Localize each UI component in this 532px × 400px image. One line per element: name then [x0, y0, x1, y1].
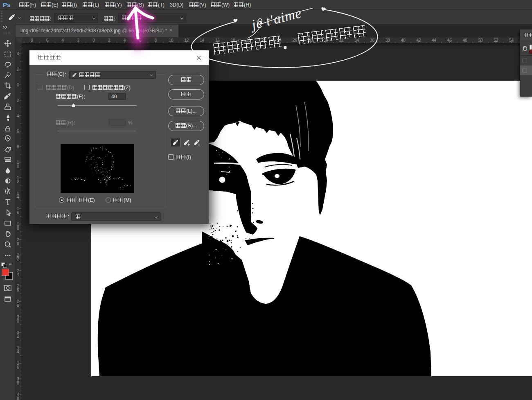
svg-text:52: 52	[494, 38, 498, 43]
svg-text:2: 2	[108, 38, 110, 43]
svg-text:8: 8	[17, 226, 19, 231]
svg-text:6: 6	[17, 365, 19, 370]
svg-text:6: 6	[17, 129, 19, 133]
svg-text:4: 4	[17, 195, 19, 199]
svg-text:6: 6	[46, 38, 49, 43]
svg-text:4: 4	[17, 350, 19, 354]
svg-text:0: 0	[17, 242, 19, 246]
svg-text:2: 2	[17, 179, 19, 184]
svg-text:40: 40	[401, 38, 406, 43]
svg-text:2: 2	[17, 98, 19, 103]
svg-text:4: 4	[124, 38, 126, 43]
svg-text:8: 8	[154, 38, 157, 43]
svg-text:12: 12	[184, 38, 189, 43]
svg-text:14: 14	[200, 38, 205, 43]
svg-text:4: 4	[17, 272, 19, 277]
svg-text:4: 4	[62, 38, 64, 43]
svg-text:2: 2	[17, 334, 19, 339]
svg-text:16: 16	[215, 38, 220, 43]
svg-text:0: 0	[17, 319, 19, 323]
svg-text:8: 8	[17, 303, 19, 308]
svg-text:46: 46	[447, 38, 452, 43]
svg-text:2: 2	[17, 67, 19, 72]
svg-text:54: 54	[509, 38, 514, 43]
svg-text:6: 6	[17, 288, 19, 292]
svg-text:8: 8	[17, 145, 19, 149]
svg-text:4: 4	[17, 52, 19, 56]
svg-text:6: 6	[139, 38, 142, 43]
svg-text:38: 38	[385, 38, 390, 43]
svg-text:2: 2	[77, 38, 79, 43]
svg-text:0: 0	[17, 83, 19, 87]
svg-text:42: 42	[416, 38, 421, 43]
svg-text:10: 10	[169, 38, 174, 43]
svg-text:0: 0	[92, 38, 95, 43]
svg-text:8: 8	[17, 381, 19, 385]
svg-text:44: 44	[432, 38, 437, 43]
svg-text:8: 8	[31, 38, 33, 43]
svg-text:0: 0	[17, 396, 19, 400]
svg-text:36: 36	[370, 38, 375, 43]
svg-text:50: 50	[478, 38, 483, 43]
svg-text:48: 48	[463, 38, 468, 43]
svg-text:6: 6	[17, 210, 19, 215]
svg-text:0: 0	[17, 164, 19, 169]
svg-text:4: 4	[17, 114, 19, 118]
svg-text:2: 2	[17, 257, 19, 261]
